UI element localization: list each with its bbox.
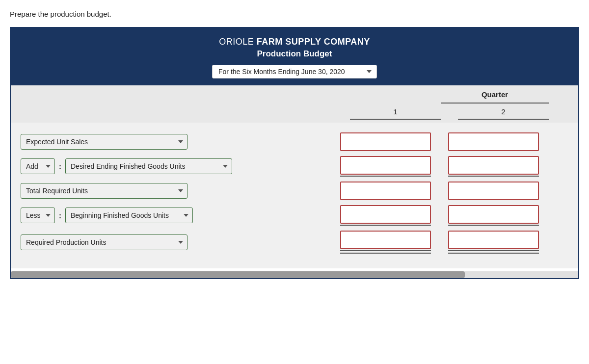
quarter-2-label: 2 — [458, 107, 549, 120]
input-cell-q1-beginning — [340, 205, 431, 226]
quarter-1-label: 1 — [350, 107, 441, 120]
row-expected-unit-sales: Expected Unit Sales — [21, 132, 568, 151]
total-required-select[interactable]: Total Required Units — [21, 183, 187, 199]
label-section-beginning-finished: Less Add : Beginning Finished Goods Unit… — [21, 208, 193, 223]
input-group-q1-production — [340, 231, 431, 254]
inputs-desired-ending — [340, 156, 568, 177]
input-group-q1-beginning — [340, 205, 431, 226]
input-cell-q1-desired — [340, 156, 431, 177]
input-group-q2-beginning — [448, 205, 539, 226]
double-line2-q1 — [340, 253, 431, 254]
input-q2-desired-ending[interactable] — [448, 156, 539, 175]
label-section-expected-unit-sales: Expected Unit Sales — [21, 134, 187, 150]
input-group-q2-desired — [448, 156, 539, 177]
input-q1-total-required[interactable] — [340, 182, 431, 200]
inputs-expected-unit-sales — [340, 132, 568, 151]
input-q2-total-required[interactable] — [448, 182, 539, 200]
beginning-finished-select[interactable]: Beginning Finished Goods Units — [65, 208, 193, 223]
period-selector[interactable]: For the Six Months Ending June 30, 2020F… — [212, 65, 377, 78]
quarter-numbers-row: 1 2 — [11, 107, 578, 123]
desired-ending-select[interactable]: Desired Ending Finished Goods Units — [65, 158, 232, 174]
quarter-label: Quarter — [441, 90, 549, 104]
intro-text: Prepare the production budget. — [10, 10, 579, 18]
budget-header: ORIOLE FARM SUPPLY COMPANY Production Bu… — [11, 28, 578, 85]
less-add-select-beginning[interactable]: Less Add — [21, 208, 55, 223]
quarter-spacer — [441, 107, 458, 120]
input-cell-q2-production — [448, 231, 539, 254]
expected-unit-sales-select[interactable]: Expected Unit Sales — [21, 134, 187, 150]
horizontal-scrollbar[interactable] — [11, 271, 578, 278]
input-q2-required-production[interactable] — [448, 231, 539, 249]
input-cell-q2-desired — [448, 156, 539, 177]
row-required-production: Required Production Units — [21, 231, 568, 254]
underline-q1-desired — [340, 176, 431, 177]
row-total-required: Total Required Units — [21, 182, 568, 200]
input-q2-expected-unit-sales[interactable] — [448, 132, 539, 151]
input-cell-q1-production — [340, 231, 431, 254]
row-desired-ending: Add Less : Desired Ending Finished Goods… — [21, 156, 568, 177]
quarter-label-row: Quarter — [11, 90, 578, 104]
inputs-required-production — [340, 231, 568, 254]
company-name: ORIOLE FARM SUPPLY COMPANY — [21, 37, 568, 47]
input-cell-q2-beginning — [448, 205, 539, 226]
add-less-select-desired[interactable]: Add Less — [21, 158, 55, 174]
colon-desired: : — [59, 162, 61, 171]
scrollbar-thumb[interactable] — [11, 271, 465, 278]
double-line1-q2 — [448, 250, 539, 251]
input-q1-desired-ending[interactable] — [340, 156, 431, 175]
input-q2-beginning-finished[interactable] — [448, 205, 539, 224]
inputs-total-required — [340, 182, 568, 200]
quarter-header: Quarter 1 2 — [11, 85, 578, 123]
input-q1-beginning-finished[interactable] — [340, 205, 431, 224]
budget-title: Production Budget — [21, 49, 568, 59]
input-cell-q1-total — [340, 182, 431, 200]
underline-q2-desired — [448, 176, 539, 177]
colon-beginning: : — [59, 211, 61, 220]
company-prefix: ORIOLE — [219, 37, 257, 47]
input-cell-q2-total — [448, 182, 539, 200]
input-q1-required-production[interactable] — [340, 231, 431, 249]
required-production-select[interactable]: Required Production Units — [21, 234, 187, 250]
input-q1-expected-unit-sales[interactable] — [340, 132, 431, 151]
budget-container: ORIOLE FARM SUPPLY COMPANY Production Bu… — [10, 27, 579, 279]
input-cell-q2-expected — [448, 132, 539, 151]
double-line1-q1 — [340, 250, 431, 251]
label-section-desired-ending: Add Less : Desired Ending Finished Goods… — [21, 158, 232, 174]
label-section-total-required: Total Required Units — [21, 183, 187, 199]
company-bold: FARM SUPPLY COMPANY — [257, 37, 370, 47]
input-cell-q1-expected — [340, 132, 431, 151]
inputs-beginning-finished — [340, 205, 568, 226]
underline-q1-beginning — [340, 225, 431, 226]
input-group-q2-production — [448, 231, 539, 254]
underline-q2-beginning — [448, 225, 539, 226]
row-beginning-finished: Less Add : Beginning Finished Goods Unit… — [21, 205, 568, 226]
input-group-q1-desired — [340, 156, 431, 177]
period-selector-wrap: For the Six Months Ending June 30, 2020F… — [21, 65, 568, 78]
budget-body: Expected Unit Sales Add Less : — [11, 123, 578, 268]
double-line2-q2 — [448, 253, 539, 254]
label-section-required-production: Required Production Units — [21, 234, 187, 250]
